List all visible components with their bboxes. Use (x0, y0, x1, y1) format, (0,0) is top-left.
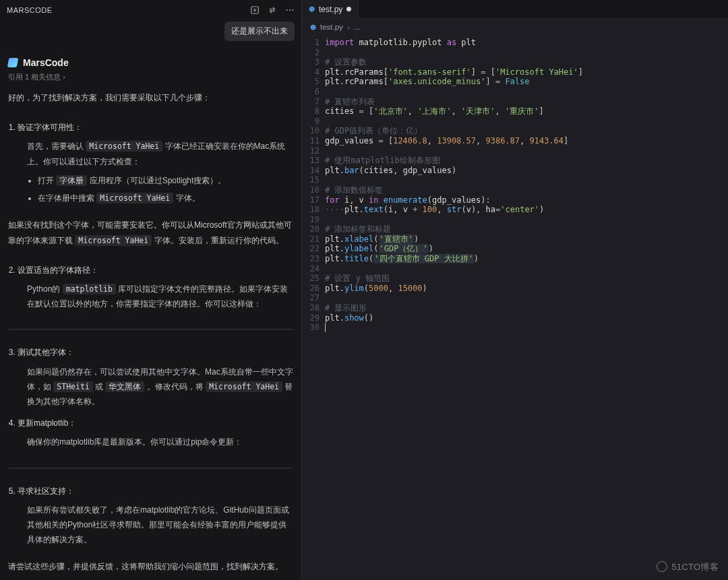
user-message-row: 还是展示不出来 (0, 18, 301, 45)
editor-panel: ⊕ test.py ⊕ test.py › ... 12345678910111… (302, 0, 728, 580)
assistant-steps-2: 设置适当的字体路径： Python的 matplotlib 库可以指定字体文件的… (0, 255, 301, 323)
code-snippet-python: python import matplotlib.pyplot as plt f… (8, 329, 293, 330)
watermark: 51CTO博客 (657, 561, 719, 573)
more-icon[interactable] (285, 5, 295, 15)
chip-yahei-2: Microsoft YaHei (96, 193, 173, 203)
chip-huawen: 华文黑体 (105, 381, 144, 392)
assistant-outro: 请尝试这些步骤，并提供反馈，这将帮助我们缩小问题范围，找到解决方案。 (0, 558, 301, 580)
step-3: 测试其他字体： 如果问题仍然存在，可以尝试使用其他中文字体。Mac系统自带一些中… (18, 345, 293, 409)
chip-fontbook: 字体册 (56, 175, 87, 186)
step-4: 更新matplotlib： 确保你的matplotlib库是最新版本。你可以通过… (18, 416, 293, 449)
python-file-icon: ⊕ (309, 5, 315, 13)
chat-header: MARSCODE (0, 0, 301, 18)
tab-test-py[interactable]: ⊕ test.py (302, 0, 359, 18)
breadcrumb[interactable]: ⊕ test.py › ... (302, 19, 728, 35)
line-gutter: 1234567891011121314151617181920212223242… (302, 35, 325, 580)
step-5: 寻求社区支持： 如果所有尝试都失败了，考虑在matplotlib的官方论坛、Gi… (18, 484, 293, 548)
user-message: 还是展示不出来 (224, 22, 295, 41)
chat-panel: MARSCODE 还是展示不出来 MarsCode 引用 1 相关信息 好的，为… (0, 0, 302, 580)
assistant-steps-5: 寻求社区支持： 如果所有尝试都失败了，考虑在matplotlib的官方论坛、Gi… (0, 476, 301, 558)
transfer-icon[interactable] (268, 5, 277, 15)
assistant-heading: MarsCode (0, 45, 301, 71)
editor-tabs: ⊕ test.py (302, 0, 728, 19)
marscode-logo-icon (7, 58, 18, 67)
chip-yahei-3: Microsoft YaHei (75, 235, 152, 246)
brand-label: MARSCODE (7, 6, 53, 14)
svg-point-1 (286, 9, 288, 11)
svg-point-2 (289, 9, 291, 11)
assistant-steps-3: 测试其他字体： 如果问题仍然存在，可以尝试使用其他中文字体。Mac系统自带一些中… (0, 337, 301, 460)
chip-yahei: Microsoft YaHei (86, 141, 162, 152)
chip-yahei-4: Microsoft YaHei (206, 381, 282, 392)
step-2: 设置适当的字体路径： Python的 matplotlib 库可以指定字体文件的… (18, 263, 293, 312)
code-area[interactable]: import matplotlib.pyplot as plt# 设置参数plt… (325, 35, 728, 580)
chip-mpl: matplotlib (63, 284, 116, 294)
step-1: 验证字体可用性： 首先，需要确认 Microsoft YaHei 字体已经正确安… (18, 120, 293, 205)
svg-point-3 (292, 9, 293, 11)
assistant-steps: 验证字体可用性： 首先，需要确认 Microsoft YaHei 字体已经正确安… (0, 112, 301, 216)
chip-stheiti: STHeiti (53, 381, 92, 392)
unsaved-dot-icon (346, 7, 351, 11)
assistant-intro: 好的，为了找到解决方案，我们需要采取以下几个步骤： (0, 89, 301, 112)
code-editor[interactable]: 1234567891011121314151617181920212223242… (302, 35, 728, 580)
assistant-name: MarsCode (23, 57, 69, 68)
chat-header-actions (250, 5, 295, 15)
new-chat-icon[interactable] (250, 5, 260, 15)
step1-followup: 如果没有找到这个字体，可能需要安装它。你可以从Microsoft官方网站或其他可… (0, 216, 301, 254)
code-snippet-bash: bash pip install --upgrade matplotlib (8, 468, 293, 469)
reference-link[interactable]: 引用 1 相关信息 (0, 71, 301, 89)
python-file-icon: ⊕ (310, 23, 316, 32)
